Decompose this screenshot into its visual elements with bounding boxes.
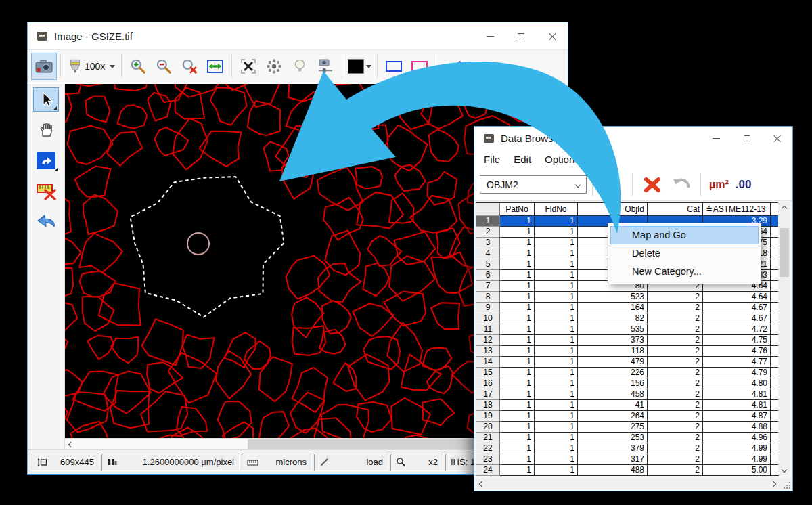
table-cell[interactable]: 1 [535, 227, 578, 238]
table-row[interactable]: 81152324.64 [476, 292, 779, 303]
table-cell[interactable]: 4.87 [703, 411, 771, 422]
table-cell[interactable]: 1 [500, 259, 535, 270]
table-cell[interactable]: 4.96 [703, 433, 771, 443]
table-cell[interactable]: 458 [578, 389, 648, 400]
table-row[interactable]: 111153524.72 [476, 324, 779, 335]
table-cell[interactable]: 1 [535, 411, 578, 422]
table-cell[interactable]: 275 [578, 422, 648, 433]
table-cell[interactable]: 2 [648, 389, 703, 400]
table-row[interactable]: 91116424.67 [476, 303, 779, 313]
scroll-up-button[interactable] [556, 84, 568, 95]
table-row[interactable]: 10118224.67 [476, 313, 779, 324]
table-cell[interactable]: 1 [535, 422, 578, 433]
table-cell[interactable]: 1 [500, 346, 535, 357]
table-cell[interactable]: 2 [648, 454, 703, 465]
image-window-titlebar[interactable]: Image - GSIZE.tif [28, 22, 568, 49]
maximize-button[interactable] [731, 127, 762, 150]
dataset-dropdown[interactable]: OBJM2 [480, 175, 587, 194]
row-number-cell[interactable]: 13 [476, 346, 500, 357]
table-cell[interactable]: 1 [535, 248, 578, 259]
capture-button[interactable] [31, 53, 57, 80]
table-vertical-scrollbar[interactable] [778, 202, 790, 475]
table-cell[interactable]: 1 [500, 248, 535, 259]
pink-rectangle-tool[interactable] [407, 53, 432, 80]
row-number-cell[interactable]: 1 [476, 216, 500, 227]
illumination-button[interactable] [287, 53, 313, 80]
table-cell[interactable]: 2 [648, 368, 703, 378]
table-cell[interactable]: 4.88 [703, 422, 771, 433]
table-cell[interactable]: 1 [535, 400, 578, 411]
table-cell[interactable]: 2 [648, 433, 703, 443]
table-cell[interactable]: 4.67 [703, 303, 771, 313]
table-cell[interactable]: 4.81 [703, 400, 771, 411]
table-cell[interactable]: 156 [578, 378, 648, 389]
table-cell[interactable]: 4.64 [703, 292, 771, 303]
decimal-format-label[interactable]: .00 [736, 178, 752, 192]
row-number-cell[interactable]: 17 [476, 389, 500, 400]
table-cell[interactable]: 253 [578, 433, 648, 443]
row-number-cell[interactable]: 12 [476, 335, 500, 346]
menu-file[interactable]: File [477, 152, 507, 167]
row-number-cell[interactable]: 22 [476, 443, 500, 454]
column-header-astm[interactable]: ≜ASTME112-13 [703, 203, 771, 216]
table-cell[interactable]: 4.72 [703, 324, 771, 335]
scroll-up-button[interactable] [778, 202, 790, 214]
table-cell[interactable]: 1 [535, 270, 578, 281]
table-cell[interactable]: 1 [500, 400, 535, 411]
column-header[interactable] [476, 203, 500, 216]
table-cell[interactable]: 1 [535, 313, 578, 324]
table-cell[interactable]: 1 [535, 443, 578, 454]
table-cell[interactable]: 2 [648, 357, 703, 368]
row-number-cell[interactable]: 8 [476, 292, 500, 303]
table-cell[interactable]: 1 [535, 335, 578, 346]
row-number-cell[interactable]: 14 [476, 357, 500, 368]
context-menu-item-delete[interactable]: Delete [610, 244, 759, 263]
table-cell[interactable]: 4.67 [703, 313, 771, 324]
table-cell[interactable]: 1 [535, 368, 578, 378]
table-cell[interactable]: 118 [578, 346, 648, 357]
row-number-cell[interactable]: 7 [476, 281, 500, 292]
row-number-cell[interactable]: 10 [476, 313, 500, 324]
table-cell[interactable]: 1 [500, 313, 535, 324]
row-number-cell[interactable]: 9 [476, 303, 500, 313]
table-cell[interactable]: 1 [500, 227, 535, 238]
table-cell[interactable]: 2 [648, 303, 703, 313]
table-horizontal-scrollbar[interactable] [476, 478, 791, 489]
table-cell[interactable]: 523 [578, 292, 648, 303]
minimize-button[interactable] [474, 22, 505, 49]
table-cell[interactable]: 1 [500, 433, 535, 443]
camera-settings-button[interactable] [313, 53, 338, 80]
table-cell[interactable]: 2 [648, 411, 703, 422]
table-cell[interactable]: 1 [535, 378, 578, 389]
table-cell[interactable]: 4.76 [703, 346, 771, 357]
table-cell[interactable]: 1 [500, 389, 535, 400]
menu-edit[interactable]: Edit [507, 152, 538, 167]
table-cell[interactable]: 4.79 [703, 368, 771, 378]
table-cell[interactable]: 4.99 [703, 454, 771, 465]
table-cell[interactable]: 1 [500, 454, 535, 465]
table-cell[interactable]: 1 [500, 368, 535, 378]
delete-overlay-button[interactable] [235, 53, 261, 80]
table-row[interactable]: 141147924.77 [476, 357, 779, 368]
table-cell[interactable]: 479 [578, 357, 648, 368]
table-row[interactable]: 231131724.99 [476, 454, 779, 465]
row-number-cell[interactable]: 11 [476, 324, 500, 335]
table-row[interactable]: 241148825.00 [476, 465, 779, 476]
blue-rectangle-tool[interactable] [381, 53, 407, 80]
table-cell[interactable]: 2 [648, 465, 703, 476]
table-cell[interactable]: 1 [535, 433, 578, 443]
table-cell[interactable]: 1 [500, 303, 535, 313]
table-cell[interactable]: 2 [648, 422, 703, 433]
row-number-cell[interactable]: 5 [476, 259, 500, 270]
color-picker[interactable] [346, 53, 374, 80]
maximize-button[interactable] [505, 22, 537, 49]
delete-record-button[interactable] [638, 171, 667, 198]
resize-grip[interactable] [782, 481, 790, 489]
area-unit-label[interactable]: µm² [709, 179, 729, 191]
table-cell[interactable]: 1 [535, 281, 578, 292]
table-cell[interactable]: 2 [648, 378, 703, 389]
table-cell[interactable]: 1 [535, 454, 578, 465]
table-cell[interactable]: 2 [648, 400, 703, 411]
table-cell[interactable]: 2 [648, 443, 703, 454]
table-cell[interactable]: 1 [500, 281, 535, 292]
